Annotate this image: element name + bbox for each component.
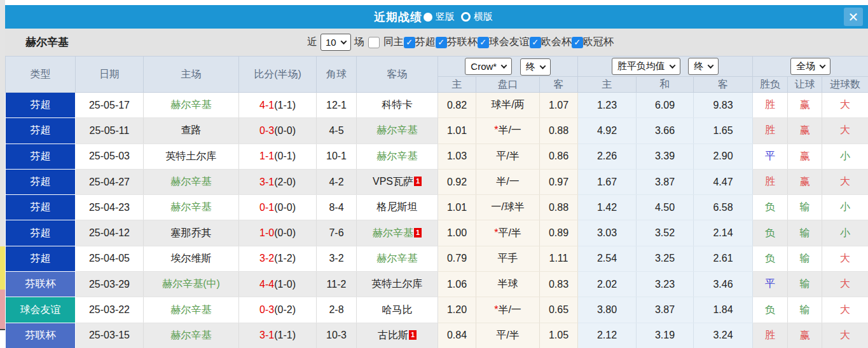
cell-avg-away: 6.58 xyxy=(694,195,753,220)
table-row: 芬超25-04-23赫尔辛基0-1(0-0)8-4格尼斯坦1.01一/球半0.8… xyxy=(6,195,868,220)
cell-avg-away: 3.46 xyxy=(694,272,753,297)
cell-type: 芬超 xyxy=(6,169,76,194)
league-filter-item: ✓球会友谊 xyxy=(478,36,530,49)
cell-result-goals: 大 xyxy=(822,118,868,144)
cell-avg-home: 2.54 xyxy=(578,246,637,271)
cell-away-team: 赫尔辛基 xyxy=(357,246,438,271)
panel-titlebar: 近期战绩 竖版 横版 ✕ xyxy=(5,5,868,29)
league-label: 芬联杯 xyxy=(447,36,478,49)
cell-result-wdl: 负 xyxy=(753,220,788,246)
cell-result-handicap: 赢 xyxy=(788,169,822,194)
col-header-type: 类型 xyxy=(6,57,76,93)
horizontal-layout-label: 横版 xyxy=(474,11,493,23)
cell-score: 1-0(0-0) xyxy=(239,220,317,246)
col-header-away: 客场 xyxy=(357,57,438,93)
cell-avg-draw: 3.87 xyxy=(637,169,694,194)
odds-time-select[interactable]: 终 xyxy=(520,58,551,76)
close-icon[interactable]: ✕ xyxy=(844,8,863,26)
cell-avg-home: 1.23 xyxy=(578,93,637,118)
league-checkbox-3[interactable]: ✓ xyxy=(530,37,541,48)
sub-col-header: 客 xyxy=(540,77,578,93)
cell-avg-home: 2.02 xyxy=(578,272,637,297)
cell-avg-home: 3.03 xyxy=(578,220,637,246)
gutter-yellow-block xyxy=(0,246,5,290)
league-checkbox-4[interactable]: ✓ xyxy=(572,37,583,48)
result-group-header: 全场 xyxy=(753,57,868,77)
cell-avg-away: 1.65 xyxy=(694,118,753,144)
cell-corners: 3-2 xyxy=(317,246,357,271)
cell-odds-away: 0.88 xyxy=(540,118,578,144)
cell-date: 25-05-11 xyxy=(76,118,144,144)
cell-avg-away: 3.24 xyxy=(694,323,753,348)
league-checkbox-2[interactable]: ✓ xyxy=(478,37,489,48)
col-header-date: 日期 xyxy=(76,57,144,93)
cell-score: 0-3(0-2) xyxy=(239,297,317,323)
league-filter-list: ✓芬超✓芬联杯✓球会友谊✓欧会杯✓欧冠杯 xyxy=(404,36,614,49)
chevron-down-icon xyxy=(340,38,347,44)
cell-away-team: 科特卡 xyxy=(357,93,438,118)
col-header-score: 比分(半场) xyxy=(239,57,317,93)
cell-handicap: *半/一 xyxy=(476,118,540,144)
cell-avg-away: 2.14 xyxy=(694,220,753,246)
team-text: 赫尔辛基 xyxy=(171,201,212,212)
cell-avg-home: 2.26 xyxy=(578,144,637,169)
avg-type-select[interactable]: 胜平负均值 xyxy=(612,58,680,75)
same-home-checkbox[interactable] xyxy=(368,37,380,48)
cell-corners: 2-8 xyxy=(317,297,357,323)
red-card-badge: 1 xyxy=(414,228,422,238)
cell-score: 3-1(1-1) xyxy=(239,323,317,348)
cell-odds-away: 0.65 xyxy=(540,297,578,323)
cell-type: 芬超 xyxy=(6,144,76,169)
cell-corners: 4-5 xyxy=(317,118,357,144)
cell-corners: 10-3 xyxy=(317,323,357,348)
cell-avg-draw: 3.23 xyxy=(637,272,694,297)
cell-home-team: 查路 xyxy=(144,118,239,144)
chevron-down-icon xyxy=(708,62,714,69)
cell-odds-home: 1.00 xyxy=(438,220,476,246)
cell-odds-home: 0.84 xyxy=(438,323,476,348)
team-text: 哈马比 xyxy=(382,304,413,315)
cell-handicap: 一/球半 xyxy=(476,195,540,220)
recent-results-panel: 近期战绩 竖版 横版 ✕ 赫尔辛基 近 10 场 同主 ✓芬超✓芬联杯✓球会友谊… xyxy=(5,5,868,348)
cell-odds-away: 0.89 xyxy=(540,220,578,246)
period-select[interactable]: 全场 xyxy=(790,58,830,75)
cell-date: 25-04-23 xyxy=(76,195,144,220)
cell-avg-away: 1.84 xyxy=(694,297,753,323)
cell-type: 芬超 xyxy=(6,246,76,271)
cell-away-team: 哈马比 xyxy=(357,297,438,323)
cell-result-goals: 大 xyxy=(822,272,868,297)
gutter-gray-block xyxy=(0,0,5,246)
cell-score: 4-1(1-1) xyxy=(239,93,317,118)
chevron-down-icon xyxy=(501,62,507,69)
cell-odds-away: 0.97 xyxy=(540,169,578,194)
team-text: 赫尔辛基 xyxy=(377,151,418,161)
team-text: 埃尔维斯 xyxy=(171,253,212,264)
cell-home-team: 赫尔辛基 xyxy=(144,93,239,118)
table-row: 球会友谊25-03-22赫尔辛基0-3(0-2)2-8哈马比1.20*半/一0.… xyxy=(6,297,868,323)
cell-odds-away: 1.05 xyxy=(540,323,578,348)
bookmaker-select[interactable]: Crow* xyxy=(465,58,512,75)
vertical-layout-radio[interactable] xyxy=(424,13,432,22)
cell-result-wdl: 负 xyxy=(753,195,788,220)
horizontal-layout-radio[interactable] xyxy=(461,12,471,22)
league-label: 芬超 xyxy=(415,36,436,49)
cell-type: 芬超 xyxy=(6,195,76,220)
cell-type: 芬超 xyxy=(6,93,76,118)
cell-score: 0-1(0-0) xyxy=(239,195,317,220)
table-row: 芬超25-04-27赫尔辛基3-1(2-0)4-2VPS瓦萨10.92半/一0.… xyxy=(6,169,868,194)
team-text: 英特土尔库 xyxy=(166,151,217,161)
cell-odds-away: 1.07 xyxy=(540,93,578,118)
league-checkbox-1[interactable]: ✓ xyxy=(436,37,447,48)
cell-date: 25-03-22 xyxy=(76,297,144,323)
cell-avg-draw: 6.09 xyxy=(637,93,694,118)
cell-away-team: 古比斯1 xyxy=(357,323,438,348)
cell-home-team: 赫尔辛基 xyxy=(144,297,239,323)
cell-corners: 12-1 xyxy=(317,93,357,118)
recent-count-select[interactable]: 10 xyxy=(320,34,351,51)
league-label: 欧冠杯 xyxy=(583,36,614,49)
cell-score: 0-3(0-0) xyxy=(239,118,317,144)
avg-time-select[interactable]: 终 xyxy=(688,58,719,75)
league-checkbox-0[interactable]: ✓ xyxy=(404,37,415,48)
cell-odds-home: 1.01 xyxy=(438,195,476,220)
cell-avg-draw: 4.50 xyxy=(637,195,694,220)
